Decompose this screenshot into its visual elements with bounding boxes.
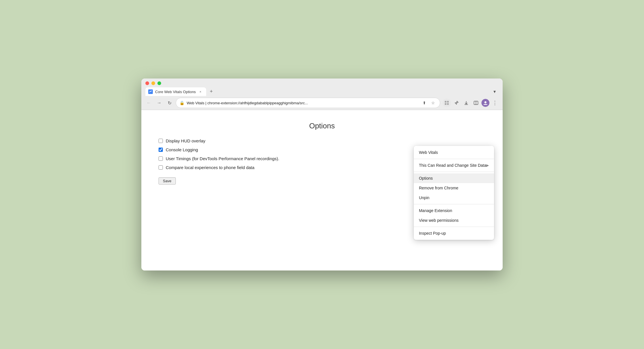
context-menu-item-inspect[interactable]: Inspect Pop-up — [414, 228, 494, 238]
tab-list-button[interactable]: ▾ — [491, 87, 499, 95]
traffic-lights — [145, 81, 499, 85]
tabs-row: Core Web Vitals Options × + ▾ — [145, 87, 499, 96]
context-menu-item-manage[interactable]: Manage Extension — [414, 206, 494, 215]
address-actions: ⬆ ☆ — [421, 99, 436, 106]
context-menu-item-options[interactable]: Options — [414, 173, 494, 183]
divider-2 — [414, 204, 494, 204]
profile-button[interactable] — [481, 99, 489, 107]
hud-checkbox[interactable] — [159, 139, 163, 143]
close-button[interactable] — [145, 81, 149, 85]
compare-checkbox[interactable] — [159, 165, 163, 170]
divider-1 — [414, 172, 494, 172]
context-menu: Web Vitals This Can Read and Change Site… — [414, 146, 494, 240]
bookmark-button[interactable]: ☆ — [430, 99, 436, 106]
context-menu-header: Web Vitals — [414, 148, 494, 157]
toolbar-right: ⋮ — [442, 99, 499, 107]
svg-rect-1 — [445, 101, 446, 103]
tab-title: Core Web Vitals Options — [155, 90, 196, 94]
tab-favicon — [148, 89, 153, 94]
address-text: Web Vitals | chrome-extension://ahfhijdl… — [187, 101, 419, 105]
active-tab[interactable]: Core Web Vitals Options × — [145, 87, 206, 96]
context-menu-item-unpin[interactable]: Unpin — [414, 193, 494, 203]
split-view-button[interactable] — [472, 99, 480, 107]
context-menu-item-this-can-read[interactable]: This Can Read and Change Site Data ▶ — [414, 160, 494, 170]
share-button[interactable]: ⬆ — [421, 99, 428, 106]
download-button[interactable] — [462, 99, 471, 107]
pin-button[interactable] — [452, 99, 461, 107]
address-security-icon: 🔒 — [179, 101, 184, 105]
save-button[interactable]: Save — [159, 177, 176, 185]
svg-rect-4 — [447, 103, 449, 105]
more-button[interactable]: ⋮ — [491, 99, 499, 107]
chevron-right-icon: ▶ — [486, 163, 489, 167]
svg-rect-2 — [447, 101, 449, 103]
browser-window: Core Web Vitals Options × + ▾ ← → ↻ 🔒 We… — [141, 79, 503, 270]
compare-label[interactable]: Compare local experiences to phone field… — [166, 165, 254, 170]
page-title: Options — [159, 121, 485, 130]
divider-3 — [414, 227, 494, 227]
timings-label[interactable]: User Timings (for DevTools Performance P… — [166, 156, 279, 161]
minimize-button[interactable] — [151, 81, 155, 85]
nav-bar: ← → ↻ 🔒 Web Vitals | chrome-extension://… — [141, 96, 503, 110]
avatar — [481, 99, 489, 107]
svg-point-8 — [485, 101, 487, 103]
title-bar: Core Web Vitals Options × + ▾ — [141, 79, 503, 96]
timings-checkbox[interactable] — [159, 156, 163, 161]
page-content: Options Display HUD overlay Console Logg… — [141, 110, 503, 270]
context-menu-item-remove[interactable]: Remove from Chrome — [414, 183, 494, 193]
new-tab-button[interactable]: + — [207, 87, 215, 95]
console-label[interactable]: Console Logging — [166, 147, 198, 152]
maximize-button[interactable] — [157, 81, 161, 85]
option-row-hud: Display HUD overlay — [159, 138, 485, 143]
svg-rect-3 — [445, 103, 446, 105]
tab-close-button[interactable]: × — [198, 89, 203, 94]
forward-button[interactable]: → — [155, 99, 163, 107]
reload-button[interactable]: ↻ — [165, 99, 173, 107]
address-bar[interactable]: 🔒 Web Vitals | chrome-extension://ahfhij… — [176, 98, 440, 108]
context-menu-item-web-perms[interactable]: View web permissions — [414, 215, 494, 225]
console-checkbox[interactable] — [159, 148, 163, 152]
hud-label[interactable]: Display HUD overlay — [166, 138, 205, 143]
divider-after-header — [414, 159, 494, 159]
back-button[interactable]: ← — [145, 99, 153, 107]
extensions-button[interactable] — [442, 99, 451, 107]
